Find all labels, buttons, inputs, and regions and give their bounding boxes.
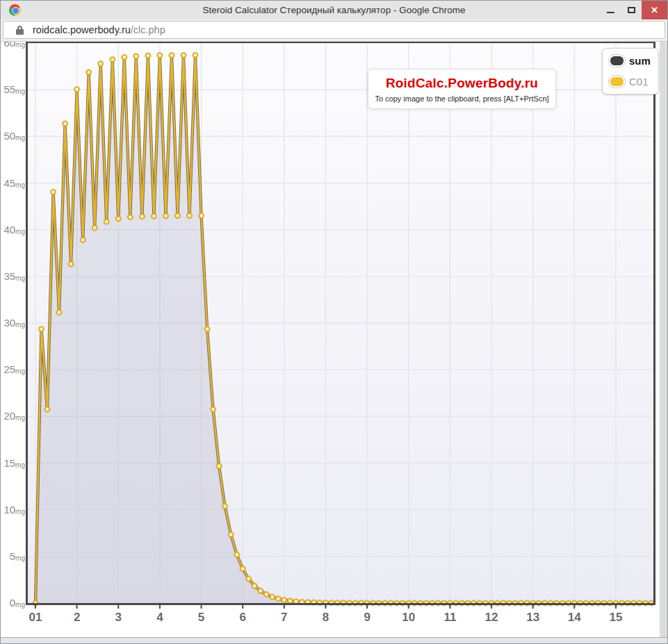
sum-swatch-icon bbox=[610, 56, 624, 65]
svg-text:13: 13 bbox=[526, 611, 539, 624]
svg-text:10mg: 10mg bbox=[3, 504, 25, 515]
lock-icon[interactable] bbox=[16, 26, 24, 35]
window-bottom-frame bbox=[1, 637, 667, 643]
c01-swatch-icon bbox=[610, 77, 624, 86]
svg-text:50mg: 50mg bbox=[3, 130, 25, 142]
svg-text:0mg: 0mg bbox=[10, 597, 25, 609]
svg-text:2: 2 bbox=[74, 611, 80, 624]
svg-text:35mg: 35mg bbox=[3, 270, 25, 282]
browser-window: 01234567891011121314150mg5mg10mg15mg20mg… bbox=[0, 0, 668, 644]
vertical-scrollbar[interactable] bbox=[660, 42, 667, 638]
chrome-icon bbox=[9, 4, 21, 16]
maximize-button[interactable] bbox=[621, 1, 642, 19]
svg-text:9: 9 bbox=[364, 611, 370, 624]
url-domain: roidcalc.powerbody.ru bbox=[33, 24, 131, 35]
svg-text:30mg: 30mg bbox=[3, 317, 25, 329]
svg-text:5: 5 bbox=[198, 611, 204, 624]
svg-text:14: 14 bbox=[568, 611, 581, 624]
svg-text:10: 10 bbox=[402, 611, 415, 624]
svg-text:5mg: 5mg bbox=[10, 550, 25, 562]
svg-text:12: 12 bbox=[485, 611, 498, 624]
svg-text:4: 4 bbox=[156, 611, 163, 624]
watermark-subtitle: To copy image to the clipboard, press [A… bbox=[373, 94, 551, 103]
dose-chart: 01234567891011121314150mg5mg10mg15mg20mg… bbox=[0, 0, 667, 643]
svg-text:45mg: 45mg bbox=[3, 177, 25, 189]
legend-label-sum: sum bbox=[629, 55, 651, 67]
url-path: /clc.php bbox=[131, 24, 165, 35]
title-bar[interactable]: Steroid Calculator Стероидный калькулято… bbox=[1, 1, 667, 19]
window-title: Steroid Calculator Стероидный калькулято… bbox=[84, 1, 584, 19]
svg-text:8: 8 bbox=[323, 611, 329, 624]
legend-item-sum[interactable]: sum bbox=[610, 55, 651, 67]
svg-text:01: 01 bbox=[29, 611, 42, 624]
svg-text:40mg: 40mg bbox=[3, 224, 25, 236]
chart-legend: sum C01 bbox=[602, 48, 659, 94]
svg-text:6: 6 bbox=[239, 611, 245, 624]
svg-text:7: 7 bbox=[281, 611, 287, 624]
window-controls: ✕ bbox=[600, 1, 667, 19]
svg-text:15mg: 15mg bbox=[3, 457, 25, 469]
svg-text:25mg: 25mg bbox=[3, 363, 25, 375]
minimize-button[interactable] bbox=[600, 1, 621, 19]
legend-item-c01[interactable]: C01 bbox=[610, 76, 651, 88]
minimize-icon bbox=[607, 12, 614, 13]
maximize-icon bbox=[628, 7, 635, 13]
address-bar[interactable]: roidcalc.powerbody.ru/clc.php bbox=[3, 21, 665, 39]
url-bar: roidcalc.powerbody.ru/clc.php bbox=[1, 19, 667, 42]
svg-text:15: 15 bbox=[609, 611, 622, 624]
svg-text:3: 3 bbox=[115, 611, 122, 624]
svg-text:11: 11 bbox=[443, 611, 456, 624]
legend-label-c01: C01 bbox=[629, 76, 649, 88]
watermark-title: RoidCalc.PowerBody.ru bbox=[373, 76, 551, 91]
watermark-box: RoidCalc.PowerBody.ru To copy image to t… bbox=[368, 69, 556, 109]
close-button[interactable]: ✕ bbox=[642, 1, 667, 19]
svg-text:55mg: 55mg bbox=[3, 83, 25, 95]
svg-text:20mg: 20mg bbox=[3, 410, 25, 422]
